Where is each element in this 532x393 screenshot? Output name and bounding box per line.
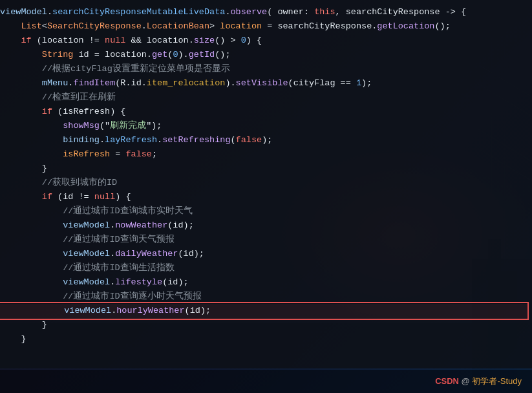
line-content: //获取到城市的ID <box>0 176 527 190</box>
token: viewModel <box>64 306 111 315</box>
code-line: viewModel.hourlyWeather(id); <box>0 304 532 318</box>
line-content: mMenu.findItem(R.id.item_relocation).set… <box>0 76 527 90</box>
token: (); <box>215 50 230 59</box>
line-content: //检查到正在刷新 <box>0 90 527 105</box>
token: location <box>215 21 262 31</box>
line-content: showMsg("刷新完成"); <box>0 119 527 133</box>
token: searchCityResponseMutableLiveData <box>52 7 225 17</box>
token: ; <box>152 149 157 159</box>
line-content: isRefresh = false; <box>0 147 527 162</box>
code-line: viewModel.lifestyle(id); <box>0 275 532 290</box>
token: } <box>21 334 26 344</box>
token: viewModel <box>63 277 110 287</box>
token: (" <box>100 121 110 131</box>
token: setRefreshing <box>162 135 230 145</box>
token: ). <box>225 78 235 88</box>
code-line: viewModel.dailyWeather(id); <box>0 247 532 261</box>
code-line: showMsg("刷新完成"); <box>0 119 532 133</box>
code-line: isRefresh = false; <box>0 147 532 162</box>
token: if <box>42 192 52 202</box>
token: List <box>21 21 41 31</box>
token: ( owner: <box>267 7 314 17</box>
footer: CSDN @ 初学者-Study <box>0 370 532 393</box>
code-line: if (isRefresh) { <box>0 105 532 119</box>
line-content: //根据cityFlag设置重新定位菜单项是否显示 <box>0 62 527 76</box>
token: id = location. <box>73 50 152 59</box>
token: = <box>110 149 125 159</box>
footer-brand: CSDN <box>435 376 459 386</box>
token: viewModel <box>0 7 47 17</box>
code-line: viewModel.nowWeather(id); <box>0 218 532 233</box>
token: , searchCityResponse -> { <box>335 7 467 17</box>
code-line: } <box>0 162 532 176</box>
token: String <box>42 50 74 59</box>
code-line: mMenu.findItem(R.id.item_relocation).set… <box>0 76 532 90</box>
token: "); <box>146 121 162 131</box>
token: (id); <box>178 249 204 259</box>
line-content: List<SearchCityResponse.LocationBean> lo… <box>0 19 527 34</box>
line-content: //通过城市ID查询生活指数 <box>0 261 527 275</box>
token: false <box>125 149 152 159</box>
token: ( <box>231 135 236 145</box>
token: (id); <box>167 220 194 230</box>
token: < <box>42 21 47 31</box>
token: isRefresh <box>63 149 110 159</box>
token: hourlyWeather <box>116 306 184 315</box>
token: if <box>21 36 31 45</box>
token: . <box>142 21 147 31</box>
line-content: if (isRefresh) { <box>0 105 527 119</box>
code-editor: viewModel.searchCityResponseMutableLiveD… <box>0 0 532 393</box>
code-line: String id = location.get(0).getId(); <box>0 48 532 62</box>
token: null <box>105 36 125 45</box>
token: > <box>209 21 215 31</box>
token: //通过城市ID查询逐小时天气预报 <box>63 292 201 301</box>
code-line: //通过城市ID查询生活指数 <box>0 261 532 275</box>
token: 0 <box>241 36 246 45</box>
token: //获取到城市的ID <box>42 178 117 187</box>
token: item_relocation <box>147 78 226 88</box>
token: ); <box>361 78 372 88</box>
code-line: } <box>0 318 532 332</box>
token: false <box>236 135 262 145</box>
token: . <box>47 7 52 17</box>
line-content: } <box>0 318 527 332</box>
token: viewModel <box>63 249 110 259</box>
token: this <box>314 7 335 17</box>
code-block: viewModel.searchCityResponseMutableLiveD… <box>0 0 532 368</box>
token: //通过城市ID查询天气预报 <box>63 235 174 244</box>
line-content: if (location != null && location.size() … <box>0 34 527 48</box>
token: if <box>42 107 52 116</box>
token: 1 <box>356 78 361 88</box>
token: binding <box>63 135 100 145</box>
token: (isRefresh) { <box>52 107 125 116</box>
code-line: if (id != null) { <box>0 190 532 204</box>
line-content: //通过城市ID查询逐小时天气预报 <box>0 290 527 304</box>
token: viewModel <box>63 220 110 230</box>
token: ). <box>178 50 188 59</box>
token: null <box>94 192 115 202</box>
line-content: binding.layRefresh.setRefreshing(false); <box>0 133 527 147</box>
token: layRefresh <box>105 135 157 145</box>
code-line: viewModel.searchCityResponseMutableLiveD… <box>0 5 532 19</box>
token: size <box>194 36 215 45</box>
token: (); <box>434 21 450 31</box>
token: //通过城市ID查询城市实时天气 <box>63 206 192 216</box>
line-content: viewModel.hourlyWeather(id); <box>0 304 527 318</box>
token: setVisible <box>236 78 288 88</box>
footer-text: CSDN @ 初学者-Study <box>435 376 522 387</box>
line-content: viewModel.lifestyle(id); <box>0 275 527 290</box>
token: mMenu <box>42 78 69 88</box>
token: () > <box>215 36 241 45</box>
token: //通过城市ID查询生活指数 <box>63 263 174 273</box>
token: LocationBean <box>147 21 209 31</box>
token: (location != <box>32 36 105 45</box>
token: 刷新完成 <box>110 121 146 131</box>
token: } <box>42 164 47 173</box>
footer-username: 初学者-Study <box>472 376 522 386</box>
footer-at: @ <box>462 376 470 386</box>
line-content: } <box>0 332 527 346</box>
token: = searchCityResponse. <box>262 21 377 31</box>
token: SearchCityResponse <box>47 21 142 31</box>
code-line: //根据cityFlag设置重新定位菜单项是否显示 <box>0 62 532 76</box>
code-line: //通过城市ID查询逐小时天气预报 <box>0 290 532 304</box>
